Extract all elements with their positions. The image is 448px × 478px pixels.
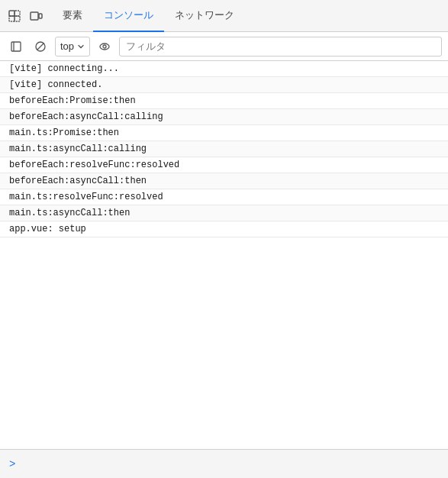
filter-input[interactable] (119, 37, 442, 57)
console-line: beforeEach:resolveFunc:resolved (0, 157, 448, 173)
svg-rect-0 (9, 11, 15, 16)
context-selector[interactable]: top (55, 37, 90, 57)
svg-rect-3 (15, 16, 20, 21)
tab-console[interactable]: コンソール (93, 0, 164, 32)
console-line: beforeEach:Promise:then (0, 93, 448, 109)
tab-network[interactable]: ネットワーク (164, 0, 245, 32)
svg-rect-2 (9, 16, 15, 21)
svg-rect-6 (11, 42, 21, 51)
console-line: [vite] connected. (0, 77, 448, 93)
console-prompt-icon[interactable]: > (9, 458, 15, 470)
svg-line-9 (37, 43, 44, 50)
pointer-icon[interactable] (6, 8, 23, 24)
visibility-toggle-button[interactable] (95, 37, 114, 57)
console-line: main.ts:resolveFunc:resolved (0, 189, 448, 205)
console-output: [vite] connecting...[vite] connected.bef… (0, 61, 448, 449)
tab-elements[interactable]: 要素 (52, 0, 93, 32)
tab-icon-group (6, 8, 44, 24)
sidebar-toggle-button[interactable] (6, 37, 26, 57)
device-icon[interactable] (27, 8, 44, 24)
clear-console-button[interactable] (31, 37, 50, 57)
console-toolbar: top (0, 32, 448, 61)
svg-rect-4 (31, 12, 38, 20)
tab-bar: 要素 コンソール ネットワーク (0, 0, 448, 32)
chevron-down-icon (77, 43, 85, 50)
svg-point-10 (100, 44, 109, 50)
console-bottom-bar: > (0, 449, 448, 478)
console-line: main.ts:asyncCall:then (0, 205, 448, 221)
console-line: beforeEach:asyncCall:then (0, 173, 448, 189)
console-line: beforeEach:asyncCall:calling (0, 109, 448, 125)
console-line: [vite] connecting... (0, 61, 448, 77)
svg-rect-5 (39, 14, 42, 18)
console-line: app.vue: setup (0, 221, 448, 237)
svg-point-11 (103, 45, 106, 48)
svg-rect-1 (15, 11, 20, 16)
console-line: main.ts:Promise:then (0, 125, 448, 141)
console-line: main.ts:asyncCall:calling (0, 141, 448, 157)
